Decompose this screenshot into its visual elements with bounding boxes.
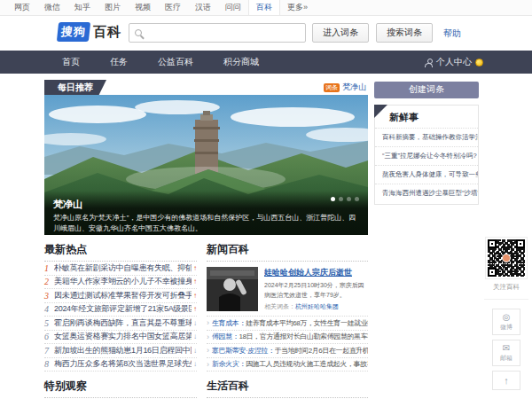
hot-list-item: 5 霍启刚再谈梅西缺阵，直言其是不尊重球迷 ↓ (44, 317, 197, 331)
coin-icon (475, 59, 483, 66)
search-entry-button[interactable]: 搜索词条 (376, 23, 433, 43)
fresh-news-box: 新鲜事 百科新摘要，基础操作教你活学活用！ “三重”拉尼娜会让今冬特别冷吗? 熬… (374, 105, 479, 205)
carousel-dot-2[interactable] (339, 197, 343, 201)
rank-number: 8 (44, 359, 54, 369)
carousel-header: 每日推荐 词条 梵净山 (44, 80, 368, 95)
qr-finder-pattern (516, 239, 525, 248)
hot-item-link[interactable]: 梅西力压众多名将第8次当选世界足球先生 (54, 358, 192, 370)
carousel-caption-title-link[interactable]: 梵净山 (53, 198, 82, 211)
sogou-baike-logo[interactable]: 搜狗 百科 (58, 22, 121, 42)
rank-number: 3 (44, 291, 54, 301)
mail-icon: ✉ (503, 343, 510, 353)
trend-arrow-icon: ↓ (193, 360, 197, 368)
nav-item-points-mall[interactable]: 积分商城 (223, 56, 259, 68)
topnav-item-images[interactable]: 图片 (98, 0, 128, 15)
fresh-news-link[interactable]: 百科新摘要，基础操作教你活学活用！ (375, 128, 478, 146)
rank-number: 6 (44, 332, 54, 341)
hot-item-link[interactable]: 朴敏英在新剧采访中自曝患有失眠、抑郁症 (54, 262, 192, 274)
news-term-link[interactable]: 生育成本： (212, 318, 246, 328)
weibo-icon: ◎ (503, 312, 511, 322)
hot-list-item: 4 2024年经文旅部评定新增了21家5A级景区 ↑ (44, 303, 197, 317)
hot-item-link[interactable]: 美籍华人作家李翊云的小儿子不幸被撞身亡 (54, 276, 192, 287)
related-entry-label: 相关词条： (264, 303, 295, 309)
mail-share-button[interactable]: ✉ 邮箱 (492, 340, 520, 366)
floating-rail: 关注百科 ◎ 微博 ✉ 邮箱 ↑ (484, 238, 528, 395)
nav-item-home[interactable]: 首页 (62, 56, 80, 68)
topnav-item-wechat[interactable]: 微信 (37, 0, 67, 15)
main-navigation-bar: 首页 任务 公益百科 积分商城 个人中心 (0, 51, 532, 74)
search-box (129, 23, 306, 43)
sogou-baike-homepage: 网页 微信 知乎 图片 视频 医疗 汉语 问问 百科 更多» 搜狗 百科 进入词… (0, 0, 532, 399)
qr-code (486, 238, 527, 278)
bullet-icon: › (207, 346, 209, 355)
entry-badge: 词条 (324, 83, 340, 92)
rank-number: 4 (44, 304, 54, 314)
trend-arrow-icon: ↓ (193, 332, 197, 340)
help-link[interactable]: 帮助 (443, 27, 461, 40)
rank-number: 5 (44, 318, 54, 328)
fresh-news-link[interactable]: 青海海西州遭遇沙尘暴巨型“沙墙”遮天蔽日 (375, 184, 478, 202)
mail-label: 邮箱 (500, 354, 512, 363)
carousel-caption: 梵净山 梵净山原名为“梵天净土”，是中国少有的佛教道场和自然保护区，与山西五台山… (44, 191, 368, 235)
rank-number: 1 (44, 263, 54, 273)
hot-item-link[interactable]: 新加坡出生的熊猫幼崽1月16日启程回中国 (54, 345, 192, 356)
carousel-dot-3[interactable] (347, 197, 351, 201)
hot-item-link[interactable]: 2024年经文旅部评定新增了21家5A级景区 (54, 303, 192, 315)
topnav-item-zhihu[interactable]: 知乎 (67, 0, 98, 15)
nav-item-tasks[interactable]: 任务 (110, 56, 128, 68)
bullet-icon: › (207, 332, 209, 341)
news-item-description: 娃养育成本平均68万，女性生育一娃就业率降低6.6% (246, 318, 368, 328)
news-term-link[interactable]: 塞巴斯蒂安·皮涅拉： (212, 346, 275, 356)
create-entry-button[interactable]: 创建词条 (374, 82, 479, 98)
nav-item-welfare-baike[interactable]: 公益百科 (158, 56, 193, 68)
topnav-item-chinese[interactable]: 汉语 (188, 0, 218, 15)
latest-hot-title: 最新热点 (44, 242, 197, 262)
hot-item-link[interactable]: 女篮奥运资格赛实力排名中国女篮高居第二 (54, 331, 192, 342)
carousel-dot-1[interactable] (331, 197, 335, 201)
life-baike-title: 生活百科 (207, 379, 368, 398)
logo-baike-text: 百科 (93, 24, 121, 41)
topnav-item-baike-active[interactable]: 百科 (248, 0, 280, 15)
carousel-dot-4[interactable] (355, 197, 359, 201)
news-term-link[interactable]: 傅园慧： (212, 332, 239, 341)
weibo-share-button[interactable]: ◎ 微博 (492, 309, 520, 335)
weibo-label: 微博 (500, 323, 512, 332)
topnav-item-medical[interactable]: 医疗 (158, 0, 188, 15)
news-term-link[interactable]: 新余火灾： (212, 359, 246, 369)
fresh-news-link[interactable]: “三重”拉尼娜会让今冬特别冷吗? (375, 146, 478, 165)
topnav-item-wenwen[interactable]: 问问 (218, 0, 248, 15)
carousel-entry-link[interactable]: 词条 梵净山 (324, 82, 366, 93)
news-list: › 生育成本： 娃养育成本平均68万，女性生育一娃就业率降低6.6% › 傅园慧… (207, 317, 368, 372)
featured-news-photo[interactable] (207, 267, 258, 311)
related-entry-link[interactable]: 杭州娃哈哈集团 (295, 303, 339, 309)
up-arrow-icon: ↑ (504, 375, 509, 386)
enter-entry-button[interactable]: 进入词条 (312, 23, 369, 43)
featured-news-summary: 2024年2月25日10时30分，宗庆后因病医治无效逝世，享年79岁。 (264, 281, 368, 300)
hot-item-link[interactable]: 因未通过测试标准苹果暂停开发可折叠手机 (54, 290, 192, 301)
main-content-column: 每日推荐 词条 梵净山 (44, 80, 368, 399)
hot-list: 1 朴敏英在新剧采访中自曝患有失眠、抑郁症 ↑ 2 美籍华人作家李翊云的小儿子不… (44, 262, 197, 372)
search-input[interactable] (146, 25, 305, 41)
featured-news-body: 娃哈哈创始人宗庆后逝世 2024年2月25日10时30分，宗庆后因病医治无效逝世… (264, 267, 368, 311)
back-to-top-button[interactable]: ↑ (492, 371, 520, 390)
featured-news-headline-link[interactable]: 娃哈哈创始人宗庆后逝世 (264, 267, 368, 278)
news-baike-title: 新闻百科 (207, 242, 368, 262)
entry-link-label: 梵净山 (342, 82, 366, 93)
news-list-item: › 生育成本： 娃养育成本平均68万，女性生育一娃就业率降低6.6% (207, 317, 368, 331)
fresh-news-link[interactable]: 熬夜危害人身体健康，可导致一些疾病 (375, 165, 478, 184)
bullet-icon: › (207, 318, 209, 327)
fresh-news-title: 新鲜事 (375, 106, 478, 128)
topnav-item-video[interactable]: 视频 (128, 0, 158, 15)
special-observation-title: 特别观察 (44, 379, 197, 398)
qr-finder-pattern (488, 268, 497, 277)
hot-item-link[interactable]: 霍启刚再谈梅西缺阵，直言其是不尊重球迷 (54, 317, 192, 329)
trend-arrow-icon: ↑ (193, 292, 197, 300)
user-center-link[interactable]: 个人中心 (425, 51, 483, 74)
topnav-item-web[interactable]: 网页 (7, 0, 37, 15)
rank-number: 2 (44, 277, 54, 286)
bottom-sections-row: 特别观察 今日在线 撰文／肖复兴，作家 生活百科 (44, 379, 368, 399)
topnav-item-more[interactable]: 更多» (280, 0, 315, 15)
qr-center-logo (502, 254, 511, 262)
news-list-item: › 新余火灾： 因施工人员违规动火施工造成起火，事故导致39死9伤 (207, 358, 368, 372)
carousel-photo-fanjingshan[interactable]: 梵净山 梵净山原名为“梵天净土”，是中国少有的佛教道场和自然保护区，与山西五台山… (44, 95, 368, 235)
